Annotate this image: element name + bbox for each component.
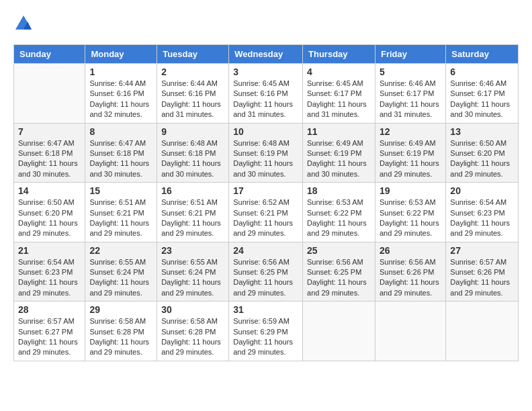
day-info: Sunrise: 6:56 AM Sunset: 6:25 PM Dayligh… [307, 257, 371, 299]
day-number: 31 [233, 304, 298, 315]
calendar-day: 28Sunrise: 6:57 AM Sunset: 6:27 PM Dayli… [14, 302, 85, 361]
day-info: Sunrise: 6:47 AM Sunset: 6:18 PM Dayligh… [89, 138, 152, 180]
day-number: 28 [18, 304, 81, 315]
calendar-week-row: 1Sunrise: 6:44 AM Sunset: 6:16 PM Daylig… [14, 64, 519, 124]
day-number: 7 [18, 126, 81, 137]
calendar-day [14, 64, 85, 124]
calendar-week-row: 7Sunrise: 6:47 AM Sunset: 6:18 PM Daylig… [14, 123, 519, 183]
day-info: Sunrise: 6:44 AM Sunset: 6:16 PM Dayligh… [161, 79, 224, 120]
day-number: 5 [380, 66, 441, 77]
calendar-day: 27Sunrise: 6:57 AM Sunset: 6:26 PM Dayli… [446, 242, 519, 302]
day-info: Sunrise: 6:46 AM Sunset: 6:17 PM Dayligh… [380, 79, 441, 120]
calendar-day [446, 302, 519, 361]
day-number: 30 [161, 304, 224, 315]
col-header-tuesday: Tuesday [157, 45, 229, 64]
calendar-day: 7Sunrise: 6:47 AM Sunset: 6:18 PM Daylig… [14, 123, 85, 183]
day-number: 25 [307, 245, 371, 256]
calendar-day: 4Sunrise: 6:45 AM Sunset: 6:17 PM Daylig… [303, 64, 375, 124]
day-info: Sunrise: 6:53 AM Sunset: 6:22 PM Dayligh… [307, 197, 371, 239]
calendar-day: 16Sunrise: 6:51 AM Sunset: 6:21 PM Dayli… [157, 183, 229, 242]
day-number: 4 [307, 66, 371, 77]
day-info: Sunrise: 6:48 AM Sunset: 6:18 PM Dayligh… [161, 138, 224, 180]
col-header-monday: Monday [85, 45, 157, 64]
col-header-sunday: Sunday [14, 45, 85, 64]
day-number: 22 [89, 245, 152, 256]
col-header-friday: Friday [375, 45, 445, 64]
calendar-day: 20Sunrise: 6:54 AM Sunset: 6:23 PM Dayli… [446, 183, 519, 242]
day-info: Sunrise: 6:49 AM Sunset: 6:19 PM Dayligh… [307, 138, 371, 180]
day-number: 9 [161, 126, 224, 137]
logo-icon [13, 13, 34, 34]
day-info: Sunrise: 6:52 AM Sunset: 6:21 PM Dayligh… [233, 197, 298, 239]
day-number: 6 [450, 66, 514, 77]
day-info: Sunrise: 6:50 AM Sunset: 6:20 PM Dayligh… [450, 138, 514, 180]
day-number: 17 [233, 185, 298, 196]
calendar-day: 12Sunrise: 6:49 AM Sunset: 6:19 PM Dayli… [375, 123, 445, 183]
day-number: 10 [233, 126, 298, 137]
day-info: Sunrise: 6:45 AM Sunset: 6:16 PM Dayligh… [233, 79, 298, 120]
calendar-day: 22Sunrise: 6:55 AM Sunset: 6:24 PM Dayli… [85, 242, 157, 302]
calendar-day: 10Sunrise: 6:48 AM Sunset: 6:19 PM Dayli… [229, 123, 303, 183]
day-number: 12 [380, 126, 441, 137]
day-info: Sunrise: 6:46 AM Sunset: 6:17 PM Dayligh… [450, 79, 514, 120]
day-number: 11 [307, 126, 371, 137]
day-info: Sunrise: 6:54 AM Sunset: 6:23 PM Dayligh… [450, 197, 514, 239]
calendar-header-row: SundayMondayTuesdayWednesdayThursdayFrid… [14, 45, 519, 64]
calendar-day: 18Sunrise: 6:53 AM Sunset: 6:22 PM Dayli… [303, 183, 375, 242]
calendar-day: 13Sunrise: 6:50 AM Sunset: 6:20 PM Dayli… [446, 123, 519, 183]
calendar-day: 15Sunrise: 6:51 AM Sunset: 6:21 PM Dayli… [85, 183, 157, 242]
day-number: 14 [18, 185, 81, 196]
day-number: 27 [450, 245, 514, 256]
day-number: 20 [450, 185, 514, 196]
day-info: Sunrise: 6:44 AM Sunset: 6:16 PM Dayligh… [89, 79, 152, 120]
calendar-day: 29Sunrise: 6:58 AM Sunset: 6:28 PM Dayli… [85, 302, 157, 361]
day-info: Sunrise: 6:55 AM Sunset: 6:24 PM Dayligh… [161, 257, 224, 299]
day-number: 2 [161, 66, 224, 77]
day-info: Sunrise: 6:58 AM Sunset: 6:28 PM Dayligh… [89, 316, 152, 358]
day-info: Sunrise: 6:51 AM Sunset: 6:21 PM Dayligh… [161, 197, 224, 239]
day-number: 8 [89, 126, 152, 137]
day-info: Sunrise: 6:53 AM Sunset: 6:22 PM Dayligh… [380, 197, 441, 239]
day-info: Sunrise: 6:45 AM Sunset: 6:17 PM Dayligh… [307, 79, 371, 120]
calendar-day: 21Sunrise: 6:54 AM Sunset: 6:23 PM Dayli… [14, 242, 85, 302]
calendar-day: 26Sunrise: 6:56 AM Sunset: 6:26 PM Dayli… [375, 242, 445, 302]
logo [13, 13, 36, 34]
calendar-day [375, 302, 445, 361]
calendar-day: 19Sunrise: 6:53 AM Sunset: 6:22 PM Dayli… [375, 183, 445, 242]
day-info: Sunrise: 6:54 AM Sunset: 6:23 PM Dayligh… [18, 257, 81, 299]
day-number: 23 [161, 245, 224, 256]
day-info: Sunrise: 6:56 AM Sunset: 6:25 PM Dayligh… [233, 257, 298, 299]
calendar-day: 17Sunrise: 6:52 AM Sunset: 6:21 PM Dayli… [229, 183, 303, 242]
calendar-day: 23Sunrise: 6:55 AM Sunset: 6:24 PM Dayli… [157, 242, 229, 302]
calendar-day: 25Sunrise: 6:56 AM Sunset: 6:25 PM Dayli… [303, 242, 375, 302]
calendar-day: 5Sunrise: 6:46 AM Sunset: 6:17 PM Daylig… [375, 64, 445, 124]
calendar-day: 30Sunrise: 6:58 AM Sunset: 6:28 PM Dayli… [157, 302, 229, 361]
calendar-day: 2Sunrise: 6:44 AM Sunset: 6:16 PM Daylig… [157, 64, 229, 124]
calendar-day: 11Sunrise: 6:49 AM Sunset: 6:19 PM Dayli… [303, 123, 375, 183]
day-number: 19 [380, 185, 441, 196]
calendar-table: SundayMondayTuesdayWednesdayThursdayFrid… [13, 44, 519, 361]
calendar-day: 1Sunrise: 6:44 AM Sunset: 6:16 PM Daylig… [85, 64, 157, 124]
calendar-day: 3Sunrise: 6:45 AM Sunset: 6:16 PM Daylig… [229, 64, 303, 124]
day-number: 29 [89, 304, 152, 315]
day-number: 13 [450, 126, 514, 137]
day-number: 24 [233, 245, 298, 256]
calendar-week-row: 28Sunrise: 6:57 AM Sunset: 6:27 PM Dayli… [14, 302, 519, 361]
day-info: Sunrise: 6:51 AM Sunset: 6:21 PM Dayligh… [89, 197, 152, 239]
calendar-day: 14Sunrise: 6:50 AM Sunset: 6:20 PM Dayli… [14, 183, 85, 242]
page-header [13, 13, 519, 34]
day-info: Sunrise: 6:48 AM Sunset: 6:19 PM Dayligh… [233, 138, 298, 180]
calendar-week-row: 21Sunrise: 6:54 AM Sunset: 6:23 PM Dayli… [14, 242, 519, 302]
day-info: Sunrise: 6:56 AM Sunset: 6:26 PM Dayligh… [380, 257, 441, 299]
day-info: Sunrise: 6:55 AM Sunset: 6:24 PM Dayligh… [89, 257, 152, 299]
day-info: Sunrise: 6:49 AM Sunset: 6:19 PM Dayligh… [380, 138, 441, 180]
day-info: Sunrise: 6:50 AM Sunset: 6:20 PM Dayligh… [18, 197, 81, 239]
calendar-day: 6Sunrise: 6:46 AM Sunset: 6:17 PM Daylig… [446, 64, 519, 124]
day-info: Sunrise: 6:57 AM Sunset: 6:26 PM Dayligh… [450, 257, 514, 299]
day-number: 1 [89, 66, 152, 77]
day-number: 15 [89, 185, 152, 196]
calendar-day: 31Sunrise: 6:59 AM Sunset: 6:29 PM Dayli… [229, 302, 303, 361]
calendar-day: 24Sunrise: 6:56 AM Sunset: 6:25 PM Dayli… [229, 242, 303, 302]
day-number: 18 [307, 185, 371, 196]
day-number: 21 [18, 245, 81, 256]
